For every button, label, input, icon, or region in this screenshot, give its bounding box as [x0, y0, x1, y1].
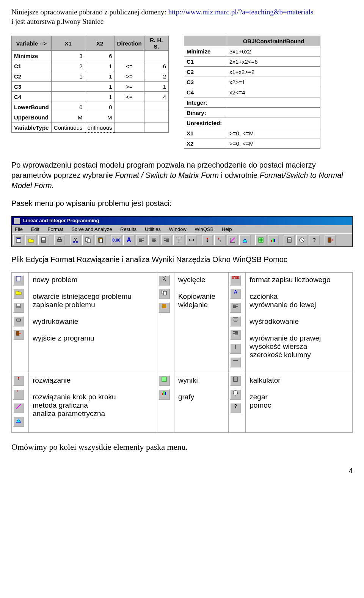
svg-rect-5 [58, 238, 61, 239]
font-icon: A [230, 289, 241, 299]
header-link[interactable]: http://www.miz.marc.pl/?a=teaching&b=mat… [168, 8, 314, 16]
copy-icon[interactable] [82, 235, 94, 245]
calculator-icon[interactable] [284, 235, 295, 245]
menu-format[interactable]: Format [48, 226, 63, 232]
svg-rect-22 [16, 276, 21, 281]
toolbar: 0.00 A ? [12, 233, 352, 246]
legend-row-1: nowy problem otwarcie istniejącego probl… [12, 272, 353, 373]
row-height-icon[interactable] [173, 235, 185, 245]
svg-rect-35 [165, 392, 166, 395]
svg-point-6 [73, 241, 75, 243]
table-row: VariableTypeContinuousontinuous [12, 122, 169, 133]
exit-icon [13, 330, 24, 340]
legend-col1b-text: rozwiązanie rozwiązanie krok po kroku me… [29, 373, 157, 432]
parametric-icon [13, 416, 24, 427]
svg-rect-32 [162, 377, 166, 381]
legend-col3-text: format zapisu liczbowego czcionka wyrówn… [246, 272, 353, 373]
paste-icon[interactable] [95, 235, 106, 245]
open-icon[interactable] [25, 235, 37, 245]
menu-edit[interactable]: Edit [31, 226, 39, 232]
col-width-icon[interactable] [186, 235, 197, 245]
legend-row-2: rozwiązanie rozwiązanie krok po kroku me… [12, 373, 353, 432]
parametric-icon[interactable] [239, 235, 251, 245]
svg-rect-16 [273, 239, 274, 242]
svg-rect-14 [259, 238, 263, 242]
graphic-method-icon [13, 403, 24, 413]
svg-rect-34 [163, 391, 165, 395]
header-author: i jest autorstwa p.Iwony Staniec [11, 17, 104, 25]
svg-rect-9 [87, 239, 90, 243]
print-icon [13, 316, 24, 326]
svg-rect-4 [58, 239, 61, 242]
svg-point-7 [76, 241, 78, 243]
number-format-icon[interactable]: 0.00 [111, 235, 122, 245]
svg-rect-33 [162, 393, 163, 395]
window-title: Linear and Integer Programming [23, 218, 99, 223]
save-icon[interactable] [38, 235, 49, 245]
svg-point-37 [233, 391, 238, 395]
menu-solve[interactable]: Solve and Analyze [71, 226, 112, 232]
menu-results[interactable]: Results [120, 226, 136, 232]
legend-col2b-text: wyniki grafy [174, 373, 228, 432]
align-left-icon[interactable] [136, 235, 147, 245]
svg-rect-3 [42, 238, 45, 240]
results-icon[interactable] [255, 235, 267, 245]
exit-icon[interactable] [325, 235, 336, 245]
menu-window[interactable]: Window [169, 226, 187, 232]
new-icon [13, 275, 24, 286]
solve-icon[interactable] [202, 235, 213, 245]
font-icon[interactable]: A [123, 235, 135, 245]
paste-icon [158, 302, 170, 313]
print-icon[interactable] [54, 235, 65, 245]
menu-translation: Plik Edycja Format Rozwiązanie i analiza… [11, 254, 353, 265]
align-right-icon[interactable] [161, 235, 172, 245]
graphs-icon[interactable] [268, 235, 279, 245]
legend-col1-text: nowy problem otwarcie istniejącego probl… [29, 272, 157, 373]
table-row: UpperBoundMM [12, 112, 169, 122]
svg-rect-25 [17, 319, 20, 321]
align-center-icon[interactable] [148, 235, 160, 245]
menu-help[interactable]: Help [222, 226, 232, 232]
svg-rect-36 [234, 377, 237, 381]
table-row: Minimize36 [12, 51, 169, 61]
graphs-icon [158, 389, 170, 400]
step-icon[interactable] [214, 235, 226, 245]
menu-winqsb[interactable]: WinQSB [195, 226, 213, 232]
closing-paragraph: Omówimy po kolei wszystkie elementy pask… [11, 442, 353, 452]
col-dir: Direction [115, 36, 144, 51]
cut-icon[interactable] [70, 235, 81, 245]
step-icon [13, 389, 24, 400]
graphic-method-icon[interactable] [227, 235, 238, 245]
col-rhs: R. H. S. [144, 36, 168, 51]
table-row: C121<=6 [12, 61, 169, 71]
menu-utilities[interactable]: Utilities [145, 226, 161, 232]
table-row: C31>=1 [12, 82, 169, 92]
table-row: C2x1+x2>=2 [184, 67, 320, 77]
menu-file[interactable]: File [15, 226, 23, 232]
col-x2: X2 [85, 36, 115, 51]
new-icon[interactable] [13, 235, 24, 245]
copy-icon [158, 289, 170, 299]
help-icon[interactable]: ? [309, 235, 320, 245]
col-x1: X1 [51, 36, 85, 51]
table-row: C211>=2 [12, 71, 169, 82]
svg-rect-15 [271, 240, 272, 242]
table-row: Minimize3x1+6x2 [184, 46, 320, 57]
legend-col3b-text: kalkulator zegar pomoc [246, 373, 353, 432]
app-icon [14, 218, 20, 224]
header-note: Niniejsze opracowanie pobrano z publiczn… [11, 8, 353, 26]
col-obj: OBJ/Constraint/Bound [227, 36, 320, 46]
page-number: 4 [11, 467, 353, 475]
open-icon [13, 289, 24, 299]
svg-rect-1 [17, 238, 20, 239]
svg-rect-24 [17, 304, 20, 306]
legend-col2-text: wycięcie Kopiowanie wklejanie [174, 272, 228, 373]
help-icon: ? [230, 403, 241, 413]
svg-point-12 [207, 238, 208, 239]
results-icon [158, 375, 170, 386]
svg-rect-21 [328, 238, 331, 242]
clock-icon[interactable] [296, 235, 308, 245]
table-row: Unrestricted: [184, 118, 320, 128]
paragraph-intro: Po wprowadzeniu postaci modelu program p… [11, 160, 353, 191]
clock-icon [230, 389, 241, 400]
